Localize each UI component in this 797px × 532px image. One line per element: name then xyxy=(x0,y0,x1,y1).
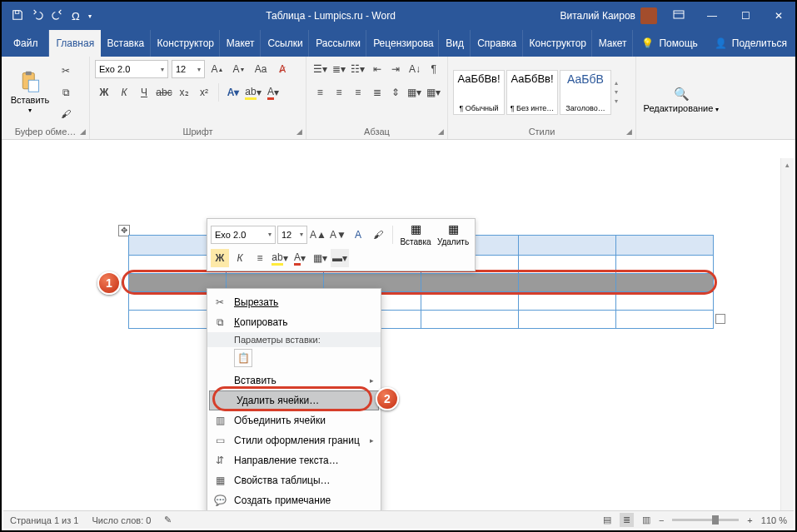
shading-icon[interactable]: ▦▾ xyxy=(406,83,424,102)
mini-shrink-icon[interactable]: A▼ xyxy=(329,226,347,244)
maximize-button[interactable]: ☐ xyxy=(729,2,762,30)
zoom-out-button[interactable]: − xyxy=(659,515,664,525)
tab-home[interactable]: Главная xyxy=(49,30,100,57)
align-right-icon[interactable]: ≡ xyxy=(349,83,366,102)
copy-icon[interactable]: ⧉ xyxy=(57,83,75,102)
view-web-icon[interactable]: ▥ xyxy=(642,515,650,525)
tab-designer[interactable]: Конструктор xyxy=(151,30,220,57)
multilevel-icon[interactable]: ☷▾ xyxy=(349,60,366,78)
style-no-spacing[interactable]: АаБбВв!¶ Без инте… xyxy=(506,70,558,115)
grow-font-icon[interactable]: A▲ xyxy=(208,60,227,78)
ribbon-options-icon[interactable] xyxy=(662,2,695,30)
indent-inc-icon[interactable]: ⇥ xyxy=(387,60,405,78)
dialog-launcher-icon[interactable]: ◢ xyxy=(438,127,444,136)
clear-format-icon[interactable]: A̷ xyxy=(273,60,291,78)
ctx-copy[interactable]: ⧉Копировать xyxy=(207,312,381,332)
cut-icon[interactable]: ✂ xyxy=(57,62,75,80)
ctx-cut[interactable]: ✂Вырезать xyxy=(207,292,381,312)
mini-painter-icon[interactable]: 🖌 xyxy=(369,226,387,244)
mini-shade-icon[interactable]: ▬▾ xyxy=(331,249,349,267)
style-heading1[interactable]: АаБбВЗаголово… xyxy=(560,70,611,115)
dialog-launcher-icon[interactable]: ◢ xyxy=(296,127,302,136)
mini-grow-icon[interactable]: A▲ xyxy=(309,226,327,244)
mini-highlight-icon[interactable]: ab▾ xyxy=(271,249,289,267)
scroll-up-icon[interactable]: ▴ xyxy=(781,158,794,172)
borders-icon[interactable]: ▦▾ xyxy=(425,83,442,102)
dialog-launcher-icon[interactable]: ◢ xyxy=(626,127,632,136)
indent-dec-icon[interactable]: ⇤ xyxy=(368,60,386,78)
ctx-new-comment[interactable]: 💬Создать примечание xyxy=(207,490,381,510)
find-icon[interactable]: 🔍 xyxy=(674,87,690,102)
bullets-icon[interactable]: ☰▾ xyxy=(311,60,329,78)
ctx-delete-cells[interactable]: Удалить ячейки… xyxy=(209,390,379,410)
shrink-font-icon[interactable]: A▼ xyxy=(230,60,248,78)
vertical-scrollbar[interactable]: ▴ xyxy=(780,158,794,512)
editing-button[interactable]: Редактирование ▾ xyxy=(644,103,720,113)
paste-option-icon[interactable]: 📋 xyxy=(234,349,252,367)
format-painter-icon[interactable]: 🖌 xyxy=(57,105,75,123)
zoom-level[interactable]: 110 % xyxy=(761,515,787,525)
view-read-icon[interactable]: ▤ xyxy=(603,515,611,525)
zoom-slider[interactable] xyxy=(672,519,739,521)
styles-more-button[interactable]: ▴▾▾ xyxy=(615,79,626,105)
ctx-insert[interactable]: Вставить▸ xyxy=(207,370,381,390)
close-button[interactable]: ✕ xyxy=(762,2,795,30)
justify-icon[interactable]: ≣ xyxy=(368,83,386,102)
align-center-icon[interactable]: ≡ xyxy=(331,83,348,102)
tab-references[interactable]: Ссылки xyxy=(261,30,309,57)
tab-insert[interactable]: Вставка xyxy=(101,30,151,57)
ctx-table-props[interactable]: ▦Свойства таблицы… xyxy=(207,470,381,490)
table-resize-handle[interactable] xyxy=(715,314,725,324)
qat-more-icon[interactable]: ▾ xyxy=(88,12,92,20)
mini-fontcolor-icon[interactable]: A▾ xyxy=(291,249,309,267)
mini-bold-button[interactable]: Ж xyxy=(211,249,229,267)
ctx-text-direction[interactable]: ⇵Направление текста… xyxy=(207,450,381,470)
share-button[interactable]: 👤Поделиться xyxy=(706,30,795,57)
redo-icon[interactable] xyxy=(52,9,63,23)
user-account[interactable]: Виталий Каиров xyxy=(560,7,662,24)
tab-review[interactable]: Рецензирова xyxy=(366,30,439,57)
mini-size-combo[interactable]: 12▾ xyxy=(277,226,307,244)
zoom-in-button[interactable]: + xyxy=(747,515,752,525)
tab-mailings[interactable]: Рассылки xyxy=(309,30,366,57)
save-icon[interactable] xyxy=(12,9,23,23)
mini-styles-icon[interactable]: A xyxy=(349,226,367,244)
status-page[interactable]: Страница 1 из 1 xyxy=(10,515,78,525)
font-color-icon[interactable]: A▾ xyxy=(264,83,282,102)
tab-view[interactable]: Вид xyxy=(439,30,471,57)
style-normal[interactable]: АаБбВв!¶ Обычный xyxy=(453,70,505,115)
show-marks-icon[interactable]: ¶ xyxy=(425,60,442,78)
superscript-button[interactable]: x² xyxy=(195,83,213,102)
view-print-icon[interactable]: ≣ xyxy=(620,513,634,527)
mini-border-icon[interactable]: ▦▾ xyxy=(311,249,329,267)
undo-icon[interactable] xyxy=(32,9,43,23)
highlight-icon[interactable]: ab▾ xyxy=(244,83,262,102)
change-case-icon[interactable]: Aa xyxy=(252,60,270,78)
tell-me[interactable]: 💡Помощь xyxy=(633,30,705,57)
strike-button[interactable]: abc xyxy=(155,83,173,102)
tab-layout[interactable]: Макет xyxy=(220,30,262,57)
mini-font-combo[interactable]: Exo 2.0▾ xyxy=(211,226,276,244)
ctx-merge[interactable]: ▥Объединить ячейки xyxy=(207,410,381,430)
underline-button[interactable]: Ч xyxy=(135,83,153,102)
italic-button[interactable]: К xyxy=(115,83,133,102)
mini-italic-button[interactable]: К xyxy=(231,249,249,267)
mini-delete-button[interactable]: ▦Удалить xyxy=(435,222,471,246)
bold-button[interactable]: Ж xyxy=(95,83,113,102)
line-spacing-icon[interactable]: ⇕ xyxy=(387,83,405,102)
status-words[interactable]: Число слов: 0 xyxy=(92,515,151,525)
ctx-border-styles[interactable]: ▭Стили оформления границ▸ xyxy=(207,430,381,450)
equation-icon[interactable]: Ω xyxy=(72,10,80,22)
status-proofing-icon[interactable]: ✎ xyxy=(164,515,172,525)
paste-button[interactable]: Вставить▾ xyxy=(7,60,53,124)
dialog-launcher-icon[interactable]: ◢ xyxy=(80,127,86,136)
sort-icon[interactable]: A↓ xyxy=(406,60,424,78)
numbering-icon[interactable]: ≣▾ xyxy=(331,60,348,78)
tab-table-design[interactable]: Конструктор xyxy=(523,30,592,57)
subscript-button[interactable]: x₂ xyxy=(175,83,193,102)
font-name-combo[interactable]: Exo 2.0▾ xyxy=(95,60,168,78)
tab-table-layout[interactable]: Макет xyxy=(592,30,634,57)
mini-underline-icon[interactable]: ≡ xyxy=(251,249,269,267)
tab-help[interactable]: Справка xyxy=(471,30,522,57)
text-effects-icon[interactable]: A▾ xyxy=(224,83,242,102)
